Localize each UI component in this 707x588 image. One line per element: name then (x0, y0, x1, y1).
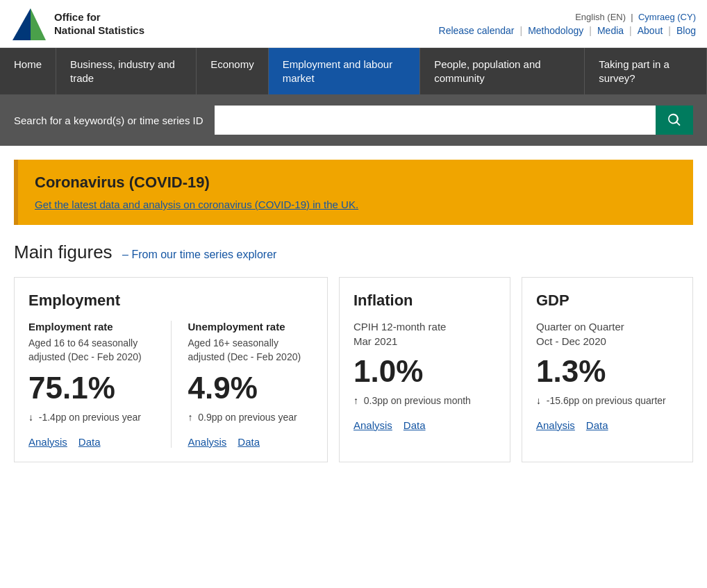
gdp-arrow: ↓ (536, 395, 541, 406)
top-right: English (EN) | Cymraeg (CY) Release cale… (439, 12, 696, 36)
main-nav: Home Business, industry and trade Econom… (0, 48, 707, 94)
inflation-arrow: ↑ (354, 395, 358, 406)
logo-text: Office for National Statistics (54, 10, 144, 37)
unemployment-rate-analysis-link[interactable]: Analysis (188, 436, 227, 448)
nav-item-people[interactable]: People, population and community (420, 48, 585, 94)
lang-english: English (EN) (575, 12, 626, 22)
inflation-links: Analysis Data (354, 419, 496, 431)
search-icon (667, 112, 682, 128)
nav-item-employment[interactable]: Employment and labour market (269, 48, 420, 94)
employment-rate-analysis-link[interactable]: Analysis (28, 436, 67, 448)
unemployment-rate-change: ↑ 0.9pp on previous year (188, 411, 314, 425)
employment-rate-col: Employment rate Aged 16 to 64 seasonally… (28, 321, 154, 448)
employment-card: Employment Employment rate Aged 16 to 64… (14, 277, 328, 462)
gdp-card: GDP Quarter on Quarter Oct - Dec 2020 1.… (522, 277, 693, 462)
inflation-analysis-link[interactable]: Analysis (354, 419, 392, 431)
covid-banner: Coronavirus (COVID-19) Get the latest da… (14, 160, 693, 225)
unemployment-rate-desc: Aged 16+ seasonally adjusted (Dec - Feb … (188, 337, 314, 364)
time-series-link[interactable]: – From our time series explorer (122, 249, 276, 260)
unemployment-rate-value: 4.9% (188, 371, 314, 405)
main-figures-heading: Main figures – From our time series expl… (14, 242, 693, 263)
employment-rate-change: ↓ -1.4pp on previous year (28, 411, 154, 425)
nav-item-economy[interactable]: Economy (197, 48, 269, 94)
search-label: Search for a keyword(s) or time series I… (14, 115, 203, 126)
lang-welsh-link[interactable]: Cymraeg (CY) (638, 12, 696, 22)
gdp-card-title: GDP (536, 292, 679, 310)
inflation-metric-label: CPIH 12-month rate (354, 321, 496, 333)
search-button[interactable] (656, 106, 693, 135)
ons-logo-icon (11, 6, 47, 42)
logo-area: Office for National Statistics (11, 6, 144, 42)
employment-rate-value: 75.1% (28, 371, 154, 405)
employment-rate-label: Employment rate (28, 321, 154, 333)
blog-link[interactable]: Blog (676, 25, 696, 36)
gdp-data-link[interactable]: Data (586, 419, 608, 431)
unemployment-rate-arrow: ↑ (188, 412, 193, 423)
inflation-metric-date: Mar 2021 (354, 335, 496, 347)
language-bar: English (EN) | Cymraeg (CY) (439, 12, 696, 22)
employment-card-title: Employment (28, 292, 313, 310)
unemployment-rate-data-link[interactable]: Data (238, 436, 260, 448)
about-link[interactable]: About (638, 25, 663, 36)
cards-grid: Employment Employment rate Aged 16 to 64… (14, 277, 693, 462)
nav-item-home[interactable]: Home (0, 48, 56, 94)
nav-item-survey[interactable]: Taking part in a survey? (585, 48, 707, 94)
search-input-wrap (215, 106, 693, 135)
top-nav-links: Release calendar | Methodology | Media |… (439, 25, 696, 36)
inflation-card: Inflation CPIH 12-month rate Mar 2021 1.… (339, 277, 510, 462)
search-bar: Search for a keyword(s) or time series I… (0, 94, 707, 146)
inflation-value: 1.0% (354, 354, 496, 389)
employment-rate-links: Analysis Data (28, 436, 154, 448)
main-figures-section: Main figures – From our time series expl… (0, 225, 707, 476)
unemployment-rate-label: Unemployment rate (188, 321, 314, 333)
gdp-metric-label: Quarter on Quarter (536, 321, 679, 333)
employment-rate-desc: Aged 16 to 64 seasonally adjusted (Dec -… (28, 337, 154, 364)
nav-item-business[interactable]: Business, industry and trade (56, 48, 197, 94)
employment-divider (171, 321, 172, 448)
gdp-value: 1.3% (536, 354, 679, 389)
header: Office for National Statistics English (… (0, 0, 707, 48)
gdp-change: ↓ -15.6pp on previous quarter (536, 394, 679, 408)
inflation-change: ↑ 0.3pp on previous month (354, 394, 496, 408)
gdp-links: Analysis Data (536, 419, 679, 431)
employment-rate-data-link[interactable]: Data (78, 436, 101, 448)
unemployment-rate-col: Unemployment rate Aged 16+ seasonally ad… (188, 321, 314, 448)
inflation-card-title: Inflation (354, 292, 496, 310)
search-input[interactable] (215, 106, 656, 135)
unemployment-rate-links: Analysis Data (188, 436, 314, 448)
gdp-metric-date: Oct - Dec 2020 (536, 335, 679, 347)
methodology-link[interactable]: Methodology (528, 25, 583, 36)
covid-title: Coronavirus (COVID-19) (35, 174, 676, 192)
media-link[interactable]: Media (597, 25, 624, 36)
covid-link[interactable]: Get the latest data and analysis on coro… (35, 199, 358, 210)
release-calendar-link[interactable]: Release calendar (439, 25, 515, 36)
employment-rate-arrow: ↓ (28, 412, 33, 423)
inflation-data-link[interactable]: Data (404, 419, 426, 431)
employment-card-inner: Employment rate Aged 16 to 64 seasonally… (28, 321, 313, 448)
gdp-analysis-link[interactable]: Analysis (536, 419, 575, 431)
